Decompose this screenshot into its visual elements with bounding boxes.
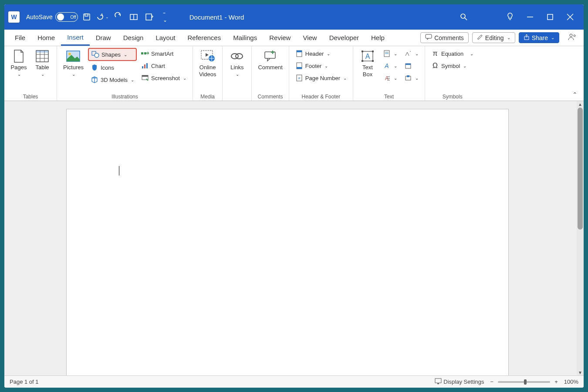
qat-icon-1[interactable] — [127, 10, 141, 24]
text-opt-6[interactable]: ⌄ — [402, 72, 421, 84]
svg-point-36 — [236, 54, 243, 59]
comment-icon — [425, 34, 432, 41]
scroll-up-icon[interactable]: ▲ — [577, 101, 584, 107]
tab-insert[interactable]: Insert — [61, 30, 90, 46]
icons-button[interactable]: Icons — [88, 62, 137, 73]
pages-button[interactable]: Pages ⌄ — [8, 48, 30, 78]
svg-point-14 — [570, 34, 572, 37]
group-label-media: Media — [196, 93, 219, 100]
text-opt-5[interactable] — [402, 60, 421, 71]
comment-icon — [263, 50, 278, 63]
cube-icon — [91, 76, 98, 84]
collapse-ribbon-icon[interactable]: ⌃ — [572, 91, 578, 98]
footer-button[interactable]: Footer ⌄ — [293, 60, 349, 71]
header-label: Header — [305, 51, 324, 57]
text-opt-2[interactable]: A⌄ — [380, 60, 400, 71]
autosave-toggle[interactable]: Off — [55, 12, 78, 22]
smartart-button[interactable]: SmartArt — [139, 48, 189, 59]
tab-draw[interactable]: Draw — [90, 30, 117, 46]
svg-rect-61 — [407, 75, 409, 77]
tab-layout[interactable]: Layout — [149, 30, 181, 46]
scroll-down-icon[interactable]: ▼ — [577, 369, 584, 375]
equation-button[interactable]: π Equation ⌄ — [429, 48, 476, 59]
svg-rect-62 — [435, 378, 441, 383]
text-box-button[interactable]: A Text Box — [357, 48, 378, 79]
page-info[interactable]: Page 1 of 1 — [10, 378, 39, 385]
zoom-slider-thumb[interactable] — [524, 379, 527, 385]
text-opt-4[interactable]: ⌄ — [402, 48, 421, 59]
zoom-out-button[interactable]: − — [490, 378, 494, 385]
qat-icon-2[interactable] — [142, 10, 156, 24]
text-box-label: Text Box — [362, 64, 373, 78]
tab-mailings[interactable]: Mailings — [227, 30, 263, 46]
zoom-slider[interactable] — [498, 381, 550, 383]
comments-button[interactable]: Comments — [420, 32, 469, 43]
minimize-button[interactable] — [520, 4, 540, 30]
group-label-header-footer: Header & Footer — [293, 93, 349, 100]
tab-help[interactable]: Help — [365, 30, 391, 46]
screenshot-icon — [141, 74, 149, 82]
page-canvas[interactable] — [66, 109, 509, 375]
toggle-knob — [57, 14, 64, 20]
scrollbar-thumb[interactable] — [578, 108, 583, 230]
tab-review[interactable]: Review — [263, 30, 297, 46]
group-label-illustrations: Illustrations — [61, 93, 189, 100]
group-comments: Comment Comments — [252, 46, 289, 101]
tab-design[interactable]: Design — [117, 30, 150, 46]
text-opt-3[interactable]: A⌄ — [380, 72, 400, 84]
video-icon — [200, 50, 215, 63]
svg-rect-0 — [84, 14, 90, 20]
page-number-button[interactable]: # Page Number ⌄ — [293, 72, 349, 84]
editing-label: Editing — [485, 34, 504, 41]
tab-developer[interactable]: Developer — [323, 30, 365, 46]
header-button[interactable]: Header ⌄ — [293, 48, 349, 59]
title-bar: W AutoSave Off ⌄ ⁼⌄ Document1 - Word — [4, 4, 584, 30]
vertical-scrollbar[interactable]: ▲ ▼ — [577, 101, 584, 375]
share-icon — [524, 34, 530, 41]
table-button[interactable]: Table ⌄ — [31, 48, 53, 78]
document-area: ▲ ▼ — [4, 101, 584, 375]
svg-point-5 — [461, 14, 465, 18]
page-number-icon: # — [295, 74, 303, 82]
customize-qat-icon[interactable]: ⁼⌄ — [158, 10, 172, 24]
save-icon[interactable] — [80, 10, 94, 24]
status-bar: Page 1 of 1 Display Settings − + 100% — [4, 375, 584, 388]
tab-view[interactable]: View — [297, 30, 323, 46]
svg-text:#: # — [298, 76, 301, 80]
redo-icon[interactable] — [111, 10, 125, 24]
tab-references[interactable]: References — [181, 30, 227, 46]
screenshot-button[interactable]: Screenshot ⌄ — [139, 72, 189, 84]
page-icon — [11, 50, 26, 63]
icons-icon — [91, 64, 98, 71]
tab-file[interactable]: File — [9, 30, 31, 46]
tab-home[interactable]: Home — [31, 30, 61, 46]
comment-button[interactable]: Comment — [255, 48, 285, 72]
share-button[interactable]: Share ⌄ — [519, 32, 559, 43]
online-videos-button[interactable]: Online Videos — [196, 48, 219, 79]
lightbulb-icon[interactable] — [500, 4, 520, 30]
zoom-in-button[interactable]: + — [554, 378, 558, 385]
ribbon-tabs: File Home Insert Draw Design Layout Refe… — [4, 30, 584, 46]
pictures-button[interactable]: Pictures ⌄ — [61, 48, 86, 78]
chart-button[interactable]: Chart — [139, 60, 189, 71]
group-illustrations: Pictures ⌄ Shapes ⌄ I — [57, 46, 193, 101]
zoom-percent[interactable]: 100% — [564, 378, 578, 385]
close-button[interactable] — [560, 4, 580, 30]
ribbon: Pages ⌄ Table ⌄ Tables — [4, 46, 584, 101]
text-opt-1[interactable]: ⌄ — [380, 48, 400, 59]
equation-icon: π — [431, 50, 439, 57]
undo-icon[interactable]: ⌄ — [95, 10, 109, 24]
svg-rect-32 — [142, 75, 148, 77]
table-label: Table — [35, 64, 49, 71]
shapes-button[interactable]: Shapes ⌄ — [88, 48, 137, 61]
links-button[interactable]: Links ⌄ — [226, 48, 248, 78]
search-icon[interactable] — [454, 4, 474, 30]
group-tables: Pages ⌄ Table ⌄ Tables — [4, 46, 57, 101]
account-icon[interactable] — [565, 33, 579, 43]
symbol-button[interactable]: Ω Symbol ⌄ — [429, 60, 476, 71]
display-settings-label[interactable]: Display Settings — [443, 378, 484, 385]
editing-button[interactable]: Editing ⌄ — [472, 32, 515, 43]
maximize-button[interactable] — [540, 4, 560, 30]
3d-models-button[interactable]: 3D Models ⌄ — [88, 74, 137, 85]
display-settings-icon[interactable] — [435, 378, 442, 385]
